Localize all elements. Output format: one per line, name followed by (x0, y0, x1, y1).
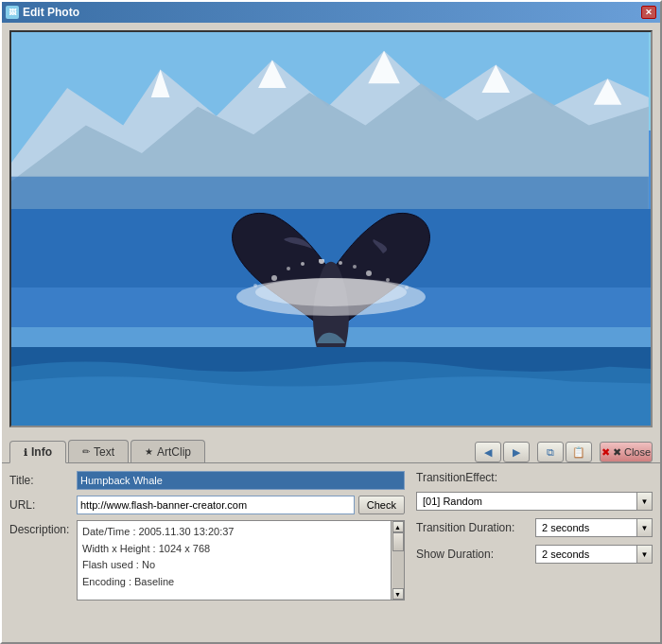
desc-box: Date/Time : 2005.11.30 13:20:37 Width x … (77, 520, 405, 600)
svg-point-18 (386, 278, 390, 282)
desc-line-1: Date/Time : 2005.11.30 13:20:37 (82, 524, 399, 541)
window-icon: 🖼 (6, 6, 19, 19)
svg-point-11 (271, 275, 277, 281)
whale-tail-svg (227, 102, 435, 367)
right-panel: TransitionEffect: [01] Random [02] Fade … (416, 471, 653, 635)
close-button[interactable]: ✖ ✖ Close (600, 442, 653, 462)
url-row: URL: Check (9, 496, 405, 514)
show-duration-row: Show Duration: 1 second 2 seconds 3 seco… (416, 545, 653, 564)
tab-text[interactable]: ✏ Text (68, 440, 129, 462)
effect-label: TransitionEffect: (416, 471, 530, 484)
water-spray (199, 259, 463, 316)
info-tab-icon: ℹ (24, 447, 27, 458)
scroll-track (392, 532, 404, 588)
paste-icon: 📋 (572, 446, 585, 459)
whale-photo (11, 32, 651, 426)
svg-point-15 (339, 261, 342, 265)
tab-info[interactable]: ℹ Info (9, 441, 66, 463)
tab-info-label: Info (31, 445, 52, 459)
window-title: Edit Photo (23, 6, 79, 19)
url-label: URL: (9, 496, 71, 512)
close-label: ✖ Close (613, 446, 651, 459)
effect-select-row: [01] Random [02] Fade [03] Slide [04] Zo… (416, 492, 653, 511)
svg-point-10 (255, 278, 407, 306)
tab-artclip[interactable]: ★ ArtClip (131, 440, 205, 462)
copy-icon: ⧉ (547, 446, 554, 459)
duration-select-box[interactable]: 1 second 2 seconds 3 seconds 4 seconds 5… (535, 518, 653, 537)
tab-text-label: Text (94, 445, 114, 459)
text-tab-icon: ✏ (82, 446, 90, 457)
next-button[interactable]: ▶ (503, 442, 530, 462)
title-label: Title: (9, 471, 71, 487)
scroll-up-button[interactable]: ▲ (392, 521, 404, 532)
paste-button[interactable]: 📋 (566, 442, 592, 462)
effect-select[interactable]: [01] Random [02] Fade [03] Slide [04] Zo… (419, 493, 650, 510)
photo-display (9, 30, 653, 427)
check-button[interactable]: Check (358, 496, 405, 514)
duration-select[interactable]: 1 second 2 seconds 3 seconds 4 seconds 5… (538, 519, 650, 536)
prev-button[interactable]: ◀ (475, 442, 501, 462)
ocean-water (11, 347, 651, 426)
copy-button[interactable]: ⧉ (537, 442, 564, 462)
window-close-button[interactable]: ✕ (641, 6, 656, 19)
svg-point-17 (366, 270, 372, 276)
svg-point-20 (405, 286, 409, 289)
svg-point-14 (319, 259, 324, 264)
transition-effect-row: TransitionEffect: (416, 471, 653, 484)
svg-point-12 (287, 267, 290, 270)
duration-label: Transition Duration: (416, 521, 530, 534)
desc-content: Date/Time : 2005.11.30 13:20:37 Width x … (78, 521, 404, 593)
show-select[interactable]: 1 second 2 seconds 3 seconds 4 seconds 5… (538, 546, 650, 563)
desc-line-4: Encoding : Baseline (82, 574, 399, 591)
tab-artclip-label: ArtClip (157, 445, 191, 459)
url-input-group: Check (77, 496, 405, 514)
scroll-down-button[interactable]: ▼ (392, 588, 404, 600)
nav-buttons: ◀ ▶ ⧉ 📋 ✖ ✖ Close (475, 442, 653, 462)
next-icon: ▶ (513, 446, 520, 459)
svg-point-13 (301, 262, 305, 266)
content-area: Title: URL: Check Description: Date/Time… (2, 463, 660, 643)
title-row: Title: (9, 471, 405, 490)
desc-line-2: Width x Height : 1024 x 768 (82, 541, 399, 558)
scroll-thumb[interactable] (392, 532, 404, 551)
desc-row: Description: Date/Time : 2005.11.30 13:2… (9, 520, 405, 635)
title-bar: 🖼 Edit Photo ✕ (2, 2, 660, 23)
desc-line-3: Flash used : No (82, 557, 399, 574)
artclip-tab-icon: ★ (145, 446, 153, 457)
svg-point-16 (353, 265, 357, 269)
main-window: 🖼 Edit Photo ✕ (0, 0, 662, 644)
prev-icon: ◀ (484, 446, 492, 459)
desc-label: Description: (9, 520, 71, 536)
title-bar-left: 🖼 Edit Photo (6, 6, 79, 19)
effect-select-box[interactable]: [01] Random [02] Fade [03] Slide [04] Zo… (416, 492, 653, 511)
url-input[interactable] (77, 496, 355, 514)
show-label: Show Duration: (416, 548, 530, 561)
svg-point-19 (253, 284, 257, 287)
left-panel: Title: URL: Check Description: Date/Time… (9, 471, 405, 635)
tabs-bar: ℹ Info ✏ Text ★ ArtClip ◀ ▶ ⧉ 📋 (2, 435, 660, 463)
duration-row: Transition Duration: 1 second 2 seconds … (416, 518, 653, 537)
close-x-icon: ✖ (601, 446, 610, 459)
title-input[interactable] (77, 471, 405, 490)
show-select-box[interactable]: 1 second 2 seconds 3 seconds 4 seconds 5… (535, 545, 653, 564)
desc-scrollbar: ▲ ▼ (391, 521, 404, 600)
